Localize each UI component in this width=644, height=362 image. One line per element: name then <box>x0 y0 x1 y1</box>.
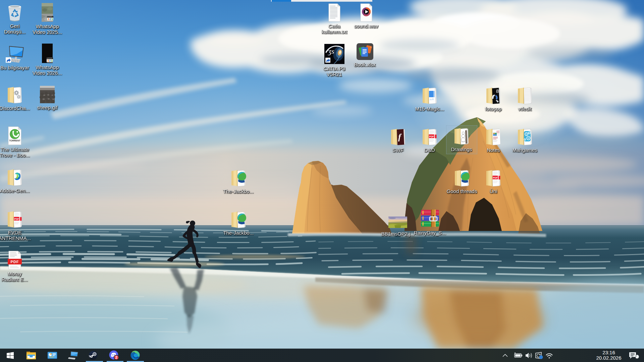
svg-text:ʒs: ʒs <box>327 47 334 55</box>
svg-text:3: 3 <box>47 59 49 62</box>
svg-text:2: 2 <box>115 355 117 359</box>
svg-text:1: 1 <box>51 59 53 62</box>
svg-text:2: 2 <box>49 59 51 62</box>
svg-text:2: 2 <box>50 17 51 21</box>
svg-text:TORRENT: TORRENT <box>9 139 20 142</box>
svg-text:PDF: PDF <box>11 260 19 264</box>
svg-text:1: 1 <box>51 17 53 21</box>
svg-text:3: 3 <box>48 17 49 21</box>
